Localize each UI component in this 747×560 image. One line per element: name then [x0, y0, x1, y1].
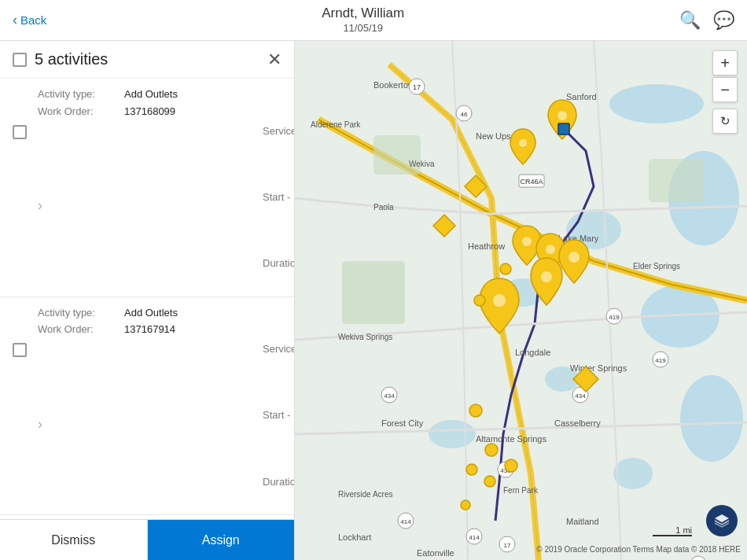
- svg-text:Forest City: Forest City: [381, 418, 424, 428]
- svg-point-72: [484, 476, 495, 487]
- svg-point-71: [466, 464, 477, 475]
- service-window-row: Service Window: 08:00 AM - 10:00 AM: [263, 123, 282, 189]
- app-header: ‹ Back Arndt, William 11/05/19 🔍 💬: [0, 0, 747, 41]
- svg-text:Alderene Park: Alderene Park: [311, 120, 361, 129]
- svg-text:414: 414: [469, 534, 480, 541]
- svg-rect-74: [558, 123, 569, 134]
- list-item: Activity type: Add Outlets Work Order: 1…: [0, 297, 294, 516]
- back-label: Back: [20, 13, 46, 27]
- service-window-label: Service Window:: [263, 123, 294, 189]
- dismiss-button[interactable]: Dismiss: [0, 520, 148, 560]
- svg-text:419: 419: [609, 314, 620, 321]
- svg-point-70: [505, 459, 517, 472]
- svg-text:Wekiva Springs: Wekiva Springs: [338, 333, 392, 341]
- layers-icon: [713, 512, 730, 529]
- activity-chevron-icon[interactable]: ›: [38, 416, 256, 433]
- svg-text:Paola: Paola: [374, 203, 394, 212]
- activity-type-value: Add Outlets: [124, 305, 178, 322]
- worker-name: Arndt, William: [322, 5, 404, 22]
- header-actions: 🔍 💬: [679, 10, 734, 31]
- svg-point-73: [461, 500, 470, 510]
- work-order-value: 137168099: [124, 104, 175, 120]
- activities-panel: 5 activities ✕ Activity type: Add Outlet…: [0, 41, 295, 560]
- back-chevron-icon: ‹: [13, 12, 17, 28]
- activity-type-label: Activity type:: [38, 305, 124, 322]
- activity-type-label: Activity type:: [38, 87, 124, 103]
- svg-point-65: [541, 271, 552, 282]
- svg-text:Fern Park: Fern Park: [503, 486, 539, 495]
- svg-text:Wekiva: Wekiva: [409, 160, 435, 168]
- work-order-row: Work Order: 137167914: [38, 322, 256, 338]
- map-area[interactable]: Bookertown Alderene Park Wekiva Paola Ne…: [295, 41, 747, 560]
- svg-text:46: 46: [461, 111, 468, 118]
- start-end-row: Start - End: 12:00 AM - 12:25 AM: [263, 190, 282, 255]
- back-button[interactable]: ‹ Back: [13, 12, 46, 28]
- main-content: 5 activities ✕ Activity type: Add Outlet…: [0, 41, 747, 560]
- svg-text:419: 419: [655, 357, 666, 364]
- svg-text:434: 434: [384, 392, 395, 400]
- start-end-label: Start - End:: [263, 407, 294, 473]
- svg-point-62: [522, 237, 532, 246]
- svg-text:Maitland: Maitland: [566, 517, 599, 526]
- scale-line: [653, 535, 692, 536]
- select-all-checkbox[interactable]: [13, 53, 27, 67]
- activity-details: Service Window: 08:00 AM - 10:00 AM Star…: [263, 341, 282, 507]
- activity-content: Activity type: Add Outlets Work Order: 1…: [38, 87, 256, 120]
- work-order-label: Work Order:: [38, 322, 124, 338]
- duration-row: Duration: 25 minutes: [263, 256, 282, 289]
- zoom-in-button[interactable]: +: [712, 50, 738, 76]
- activity-checkbox[interactable]: [13, 343, 27, 357]
- activity-checkbox[interactable]: [13, 125, 27, 139]
- search-icon[interactable]: 🔍: [679, 10, 701, 31]
- svg-text:Riverside Acres: Riverside Acres: [338, 490, 392, 499]
- svg-text:434: 434: [575, 392, 586, 400]
- svg-point-9: [613, 458, 653, 489]
- service-window-row: Service Window: 08:00 AM - 10:00 AM: [263, 341, 282, 407]
- svg-point-67: [474, 295, 485, 306]
- zoom-out-button[interactable]: −: [712, 77, 738, 102]
- work-order-label: Work Order:: [38, 104, 124, 120]
- map-attribution: © 2019 Oracle Corporation Terms Map data…: [536, 545, 741, 554]
- svg-point-64: [569, 252, 580, 263]
- layers-button[interactable]: [706, 505, 738, 536]
- scale-label: 1 mi: [675, 525, 692, 535]
- svg-point-1: [609, 84, 704, 123]
- svg-point-8: [429, 420, 476, 448]
- svg-text:17: 17: [504, 542, 511, 549]
- activity-content: Activity type: Add Outlets Work Order: 1…: [38, 305, 256, 339]
- svg-text:Eatonville: Eatonville: [417, 548, 454, 558]
- duration-row: Duration: 25 minutes: [263, 474, 282, 507]
- rotate-button[interactable]: ↻: [712, 109, 738, 134]
- chat-icon[interactable]: 💬: [713, 10, 734, 31]
- activities-list: Activity type: Add Outlets Work Order: 1…: [0, 79, 294, 519]
- activity-details: Service Window: 08:00 AM - 10:00 AM Star…: [263, 123, 282, 289]
- svg-point-4: [680, 375, 743, 462]
- svg-point-69: [485, 444, 498, 456]
- activity-type-row: Activity type: Add Outlets: [38, 87, 256, 103]
- list-item: Activity type: Add Outlets Work Order: 1…: [0, 79, 294, 297]
- assign-button[interactable]: Assign: [148, 520, 295, 560]
- svg-text:Winter Springs: Winter Springs: [570, 363, 627, 373]
- header-title: Arndt, William 11/05/19: [322, 5, 404, 35]
- work-date: 11/05/19: [322, 22, 404, 35]
- attribution-text: © 2019 Oracle Corporation Terms Map data…: [536, 545, 741, 554]
- svg-text:Longdale: Longdale: [515, 348, 550, 357]
- svg-point-61: [493, 294, 506, 307]
- start-end-label: Start - End:: [263, 190, 294, 255]
- svg-point-66: [500, 263, 511, 274]
- svg-text:Sanford: Sanford: [566, 92, 597, 101]
- svg-text:414: 414: [400, 518, 411, 525]
- svg-point-60: [519, 139, 527, 147]
- svg-text:17: 17: [413, 83, 421, 91]
- service-window-label: Service Window:: [263, 341, 294, 407]
- duration-label: Duration:: [263, 474, 294, 507]
- svg-text:Altamonte Springs: Altamonte Springs: [476, 434, 546, 444]
- activity-chevron-icon[interactable]: ›: [38, 197, 256, 214]
- close-panel-button[interactable]: ✕: [267, 51, 282, 68]
- work-order-row: Work Order: 137168099: [38, 104, 256, 120]
- panel-header: 5 activities ✕: [0, 41, 294, 79]
- svg-text:CR46A: CR46A: [520, 178, 543, 186]
- start-end-row: Start - End: 12:00 AM - 12:25 AM: [263, 407, 282, 473]
- activity-type-value: Add Outlets: [124, 87, 178, 103]
- svg-text:Elder Springs: Elder Springs: [633, 262, 680, 271]
